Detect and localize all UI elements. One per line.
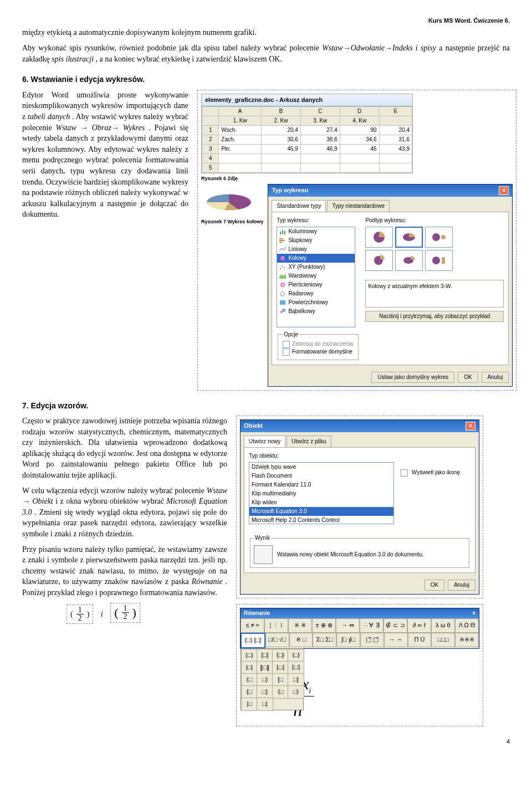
cell[interactable]: 46,9	[300, 145, 340, 154]
ok-button[interactable]: OK	[424, 580, 444, 591]
angle-both[interactable]: ⟨□⟩	[288, 649, 304, 662]
cell[interactable]	[261, 163, 300, 173]
cell[interactable]: 90	[340, 126, 379, 135]
cell[interactable]: 43,9	[379, 145, 412, 154]
cell[interactable]: 45	[340, 145, 379, 154]
tab-standard[interactable]: Standardowe typy	[272, 200, 326, 212]
cell[interactable]: 31,6	[379, 135, 412, 145]
list-item-selected[interactable]: Microsoft Equation 3.0	[249, 507, 393, 516]
greek-upper-symbols[interactable]: Λ Ω Θ	[455, 618, 479, 633]
list-item[interactable]: Formant Kalendarz 11.0	[249, 480, 393, 489]
paren-left[interactable]: (□	[241, 673, 258, 687]
matrix-templates[interactable]: □□□	[431, 633, 455, 647]
fence-templates[interactable]: (□) [□]	[241, 633, 265, 648]
bar-right[interactable]: □|	[257, 698, 273, 711]
arrow-templates[interactable]: → ↔	[384, 633, 408, 647]
bar-both[interactable]: |□|	[241, 661, 258, 674]
greek-lower-symbols[interactable]: λ ω θ	[431, 618, 455, 633]
list-item[interactable]: Kolumnowy	[277, 227, 355, 236]
subscript-templates[interactable]: ※ □	[289, 633, 313, 647]
cell[interactable]: 20,4	[261, 126, 300, 135]
list-item[interactable]: Microsoft Help 2.0 Contents Control	[249, 516, 393, 524]
list-item[interactable]: Powierzchniowy	[277, 298, 355, 307]
relation-symbols[interactable]: ≤ ≠ ≈	[241, 618, 264, 633]
list-item[interactable]: Dźwięk typu wave	[249, 463, 393, 472]
misc-symbols[interactable]: ∂ ∞ ℓ	[407, 618, 431, 633]
datasheet-grid[interactable]: A B C D E 1. Kw 2. Kw 3. Kw 4. Kw 1	[202, 106, 412, 173]
display-as-icon-checkbox[interactable]	[401, 469, 408, 477]
logic-symbols[interactable]: ∴ ∀ ∃	[360, 618, 383, 633]
cell[interactable]: 38,6	[300, 135, 340, 145]
pie-exploded-thumb[interactable]	[365, 250, 393, 271]
list-item[interactable]: Liniowy	[277, 245, 355, 254]
bar-templates[interactable]: □̄ □⃗	[360, 633, 384, 647]
list-item[interactable]: Klip wideo	[249, 498, 393, 507]
checkbox[interactable]	[283, 341, 290, 348]
list-item[interactable]: Pierścieniowy	[277, 280, 355, 289]
dbar-both[interactable]: ‖□‖	[257, 661, 273, 674]
floor-both[interactable]: ⌊□⌋	[272, 661, 289, 674]
bracket-right[interactable]: □]	[288, 673, 304, 687]
list-item[interactable]: Radarowy	[277, 289, 355, 298]
close-icon[interactable]: ×	[499, 186, 509, 195]
list-item[interactable]: Bąbelkowy	[277, 307, 355, 316]
set-symbols[interactable]: ∉ ⊂ ⊃	[383, 618, 407, 633]
tab-nonstandard[interactable]: Typy niestandardowe	[327, 200, 390, 212]
list-item[interactable]: Warstwowy	[277, 272, 355, 280]
ceil-both[interactable]: ⌈□⌉	[288, 661, 304, 674]
preview-button[interactable]: Naciśnij i przytrzymaj, aby zobaczyć prz…	[365, 311, 504, 322]
embellishment-symbols[interactable]: ※ ※	[288, 618, 312, 633]
product-templates[interactable]: Π Ū	[408, 633, 432, 647]
misc-templates[interactable]: ※※※	[455, 633, 479, 647]
bracket-left[interactable]: [□	[272, 673, 289, 687]
brace-right[interactable]: □}	[257, 685, 273, 699]
cell[interactable]	[261, 154, 300, 163]
object-type-list[interactable]: Dźwięk typu wave Flash Document Formant …	[249, 462, 394, 524]
paren-right[interactable]: □)	[257, 673, 273, 687]
cell[interactable]	[379, 163, 412, 173]
chart-type-list[interactable]: Kolumnowy Słupkowy Liniowy Kołowy XY (Pu…	[277, 227, 355, 327]
pie-3d-thumb[interactable]	[395, 227, 423, 248]
close-icon[interactable]: ×	[466, 422, 475, 431]
spacing-symbols[interactable]: ¦ ⋮ ⁞	[264, 618, 288, 633]
fraction-templates[interactable]: □/□ √□	[265, 633, 289, 647]
ok-button[interactable]: OK	[458, 372, 478, 383]
operator-symbols[interactable]: ± ⊕ ⊗	[312, 618, 336, 633]
cell[interactable]	[300, 163, 340, 173]
set-default-button[interactable]: Ustaw jako domyślny wykres	[371, 372, 454, 383]
cell[interactable]: 30,6	[261, 135, 300, 145]
cancel-button[interactable]: Anuluj	[448, 580, 475, 591]
cell[interactable]	[340, 163, 379, 173]
bar-of-pie-thumb[interactable]	[425, 250, 453, 271]
tab-create-from-file[interactable]: Utwórz z pliku	[287, 436, 331, 447]
list-item-selected[interactable]: Kołowy	[277, 254, 355, 263]
cell[interactable]: 20,4	[379, 126, 412, 135]
bar-left[interactable]: |□	[241, 698, 258, 711]
cell[interactable]	[379, 154, 412, 163]
arrow-symbols[interactable]: → ⇔	[336, 618, 360, 633]
cell[interactable]: 27,4	[300, 126, 340, 135]
angle-left[interactable]: ⟨□	[272, 685, 289, 699]
bracket-both[interactable]: [□]	[257, 649, 273, 662]
list-item[interactable]: Słupkowy	[277, 236, 355, 245]
cell[interactable]	[300, 154, 340, 163]
pie-of-pie-thumb[interactable]	[425, 227, 453, 248]
brace-both[interactable]: {□}	[272, 649, 289, 662]
pie-flat-thumb[interactable]	[365, 227, 393, 248]
pie-3d-exploded-thumb[interactable]	[395, 250, 423, 271]
angle-right[interactable]: □⟩	[288, 685, 304, 699]
cell[interactable]	[340, 154, 379, 163]
list-item[interactable]: XY (Punktowy)	[277, 263, 355, 272]
cell[interactable]: 34,6	[340, 135, 379, 145]
cell[interactable]: 45,9	[261, 145, 300, 154]
list-item[interactable]: Flash Document	[249, 472, 393, 480]
integral-templates[interactable]: ∫□ ∮□	[336, 633, 360, 647]
sum-templates[interactable]: Σ□ Σ□	[313, 633, 336, 647]
brace-left[interactable]: {□	[241, 685, 258, 699]
paren-both[interactable]: (□)	[241, 649, 258, 662]
checkbox[interactable]	[283, 349, 290, 356]
list-item[interactable]: Klip multimedialny	[249, 489, 393, 498]
close-icon[interactable]: ×	[472, 610, 475, 617]
cancel-button[interactable]: Anuluj	[482, 372, 509, 383]
tab-create-new[interactable]: Utwórz nowy	[244, 436, 285, 447]
